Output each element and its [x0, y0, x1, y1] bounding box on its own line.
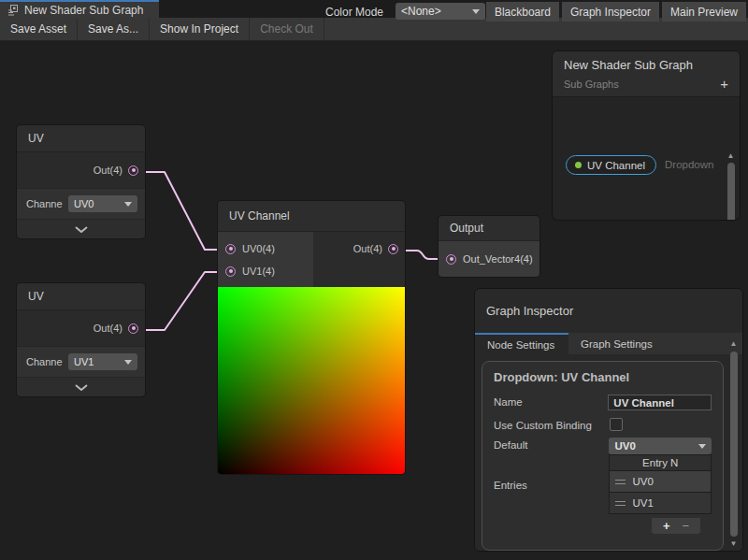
node-uv-b[interactable]: UV Out(4) Channe UV1	[17, 283, 145, 396]
chevron-down-icon	[124, 202, 132, 210]
blackboard-scrollbar[interactable]: ▲ ▼	[725, 151, 737, 221]
output-port[interactable]	[128, 323, 138, 334]
node-title: UV Channel	[229, 209, 290, 223]
entries-label: Entries	[494, 478, 609, 491]
green-dot-icon	[575, 162, 582, 168]
blackboard-subtitle: Sub Graphs	[564, 79, 619, 90]
save-as-button[interactable]: Save As...	[78, 18, 150, 40]
node-title: UV	[28, 290, 44, 303]
port-label: Out(4)	[94, 165, 122, 176]
node-output[interactable]: Output Out_Vector4(4)	[439, 216, 539, 277]
entries-list: Entry N UV0 UV1	[609, 454, 712, 514]
channel-dropdown[interactable]: UV1	[68, 353, 137, 370]
input-port-uv1[interactable]	[225, 266, 236, 277]
port-label: Out_Vector4(4)	[463, 253, 533, 265]
drag-handle-icon[interactable]	[615, 501, 626, 506]
port-label: UV1(4)	[242, 266, 275, 277]
name-label: Name	[494, 395, 608, 410]
scrollbar-thumb[interactable]	[727, 163, 735, 221]
chevron-down-icon	[124, 360, 132, 368]
inspector-scrollbar[interactable]: ▲ ▼	[727, 339, 740, 549]
entry-row[interactable]: UV0	[609, 471, 712, 493]
port-label: Out(4)	[353, 243, 382, 254]
output-port[interactable]	[388, 244, 398, 254]
collapse-button[interactable]	[17, 377, 145, 396]
color-mode-label: Color Mode	[325, 0, 383, 23]
scroll-up-icon[interactable]: ▲	[730, 339, 738, 349]
save-asset-button[interactable]: Save Asset	[0, 18, 78, 40]
shader-graph-icon	[7, 5, 19, 16]
inspector-body: Dropdown: UV Channel Name UV Channel Use…	[475, 354, 742, 551]
entry-value: UV0	[632, 476, 653, 487]
drag-handle-icon[interactable]	[615, 480, 626, 484]
inspector-title: Graph Inspector	[475, 289, 742, 333]
port-label: Out(4)	[94, 323, 122, 334]
property-pill-uv-channel[interactable]: UV Channel	[566, 155, 656, 175]
input-port[interactable]	[446, 254, 456, 265]
channel-value: UV1	[74, 356, 94, 367]
name-input[interactable]: UV Channel	[608, 395, 712, 410]
default-value: UV0	[614, 440, 635, 452]
channel-dropdown[interactable]: UV0	[68, 195, 137, 212]
toolbar-toggles: Blackboard Graph Inspector Main Preview	[486, 2, 746, 22]
graph-inspector-panel: Graph Inspector Node Settings Graph Sett…	[474, 288, 743, 552]
blackboard-panel: New Shader Sub Graph Sub Graphs + UV Cha…	[552, 50, 741, 221]
chevron-down-icon	[472, 9, 480, 18]
remove-entry-button[interactable]: −	[683, 520, 690, 532]
chevron-down-icon	[75, 226, 88, 233]
color-mode-value: <None>	[401, 5, 441, 18]
output-port[interactable]	[128, 165, 138, 176]
entry-value: UV1	[632, 497, 653, 509]
node-title: UV	[28, 132, 44, 145]
collapse-button[interactable]	[17, 219, 145, 238]
entry-row[interactable]: UV1	[609, 493, 712, 514]
graph-inspector-toggle-button[interactable]: Graph Inspector	[562, 2, 659, 22]
channel-label: Channe	[26, 356, 68, 367]
tab-node-settings[interactable]: Node Settings	[475, 333, 568, 354]
input-port-uv0[interactable]	[225, 244, 236, 254]
default-label: Default	[494, 438, 609, 454]
property-type-label: Dropdown	[665, 159, 713, 170]
main-preview-toggle-button[interactable]: Main Preview	[662, 2, 746, 22]
default-dropdown[interactable]: UV0	[609, 438, 712, 454]
scrollbar-thumb[interactable]	[730, 352, 738, 537]
channel-value: UV0	[74, 198, 94, 209]
use-custom-binding-label: Use Custom Binding	[494, 418, 610, 431]
settings-box-title: Dropdown: UV Channel	[482, 362, 723, 390]
scroll-down-icon[interactable]: ▼	[730, 539, 738, 549]
tab-graph-settings[interactable]: Graph Settings	[568, 333, 665, 354]
blackboard-toggle-button[interactable]: Blackboard	[486, 2, 559, 22]
entries-list-footer: + −	[652, 518, 700, 534]
blackboard-title: New Shader Sub Graph	[564, 58, 728, 72]
property-name: UV Channel	[587, 160, 645, 171]
check-out-button: Check Out	[250, 18, 324, 40]
inspector-tabs: Node Settings Graph Settings	[475, 333, 742, 354]
scroll-up-icon[interactable]: ▲	[727, 151, 735, 161]
node-uv-channel[interactable]: UV Channel UV0(4) UV1(4) Out(4)	[218, 201, 405, 474]
show-in-project-button[interactable]: Show In Project	[150, 18, 250, 40]
add-entry-button[interactable]: +	[663, 520, 670, 532]
add-property-button[interactable]: +	[720, 77, 728, 91]
dropdown-settings-box: Dropdown: UV Channel Name UV Channel Use…	[482, 361, 724, 551]
channel-label: Channe	[26, 198, 68, 209]
uv-preview-gradient	[218, 287, 405, 474]
entries-list-header: Entry N	[609, 454, 712, 471]
chevron-down-icon	[75, 384, 88, 391]
use-custom-binding-checkbox[interactable]	[610, 418, 623, 431]
color-mode-dropdown[interactable]: <None>	[396, 3, 485, 20]
node-uv-a[interactable]: UV Out(4) Channe UV0	[17, 125, 145, 238]
document-tab[interactable]: New Shader Sub Graph	[0, 0, 159, 18]
tab-title: New Shader Sub Graph	[24, 4, 143, 17]
blackboard-header: New Shader Sub Graph Sub Graphs +	[553, 51, 740, 97]
port-label: UV0(4)	[242, 243, 275, 254]
chevron-down-icon	[698, 444, 706, 452]
node-title: Output	[450, 222, 483, 235]
